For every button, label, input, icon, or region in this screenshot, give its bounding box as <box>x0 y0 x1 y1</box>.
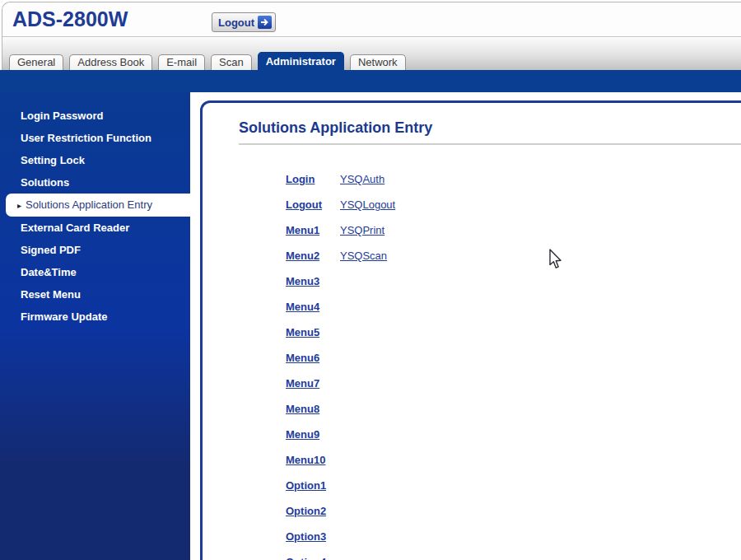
tab-general[interactable]: General <box>9 54 63 70</box>
entry-link-login[interactable]: Login <box>286 173 315 185</box>
entry-row-menu9: Menu9 <box>286 422 741 447</box>
sidebar-item-label: Setting Lock <box>21 154 85 166</box>
sidebar-item-reset-menu[interactable]: Reset Menu <box>0 283 190 306</box>
logout-arrow-icon <box>258 16 272 29</box>
entry-name-cell: Menu2 <box>286 243 340 268</box>
entry-name-cell: Menu7 <box>286 371 340 396</box>
entry-row-menu5: Menu5 <box>286 320 741 345</box>
entry-name-cell: Menu8 <box>286 396 340 422</box>
entry-link-menu7[interactable]: Menu7 <box>286 377 319 390</box>
tab-e-mail[interactable]: E-mail <box>158 54 205 70</box>
entry-name-cell: Login <box>286 166 340 192</box>
sidebar-item-label: Firmware Update <box>21 310 107 323</box>
entry-row-menu4: Menu4 <box>286 294 741 320</box>
subitem-arrow-icon <box>17 194 21 217</box>
entry-link-menu5[interactable]: Menu5 <box>286 326 319 338</box>
sidebar-item-date-time[interactable]: Date&Time <box>0 261 190 283</box>
entry-row-menu8: Menu8 <box>286 396 741 422</box>
sidebar-item-signed-pdf[interactable]: Signed PDF <box>0 239 190 261</box>
entry-name-cell: Menu3 <box>286 268 340 294</box>
entry-name-cell: Menu9 <box>286 422 340 447</box>
sidebar-item-solutions[interactable]: Solutions <box>0 171 190 194</box>
entry-name-cell: Menu10 <box>286 447 340 473</box>
entry-link-menu4[interactable]: Menu4 <box>286 301 319 313</box>
entry-name-cell: Option2 <box>286 498 340 524</box>
sidebar-item-label: Date&Time <box>21 266 77 278</box>
sidebar-item-label: External Card Reader <box>21 222 129 234</box>
title-rule <box>239 143 741 145</box>
entry-link-option4[interactable]: Option4 <box>286 556 326 560</box>
tab-label: Scan <box>219 56 244 68</box>
entry-row-menu10: Menu10 <box>286 447 741 473</box>
tab-administrator[interactable]: Administrator <box>258 52 344 70</box>
tab-label: Address Book <box>77 56 144 68</box>
entry-link-menu1[interactable]: Menu1 <box>286 224 319 236</box>
entry-link-menu2[interactable]: Menu2 <box>286 250 319 262</box>
sidebar-item-label: Solutions <box>21 176 69 189</box>
tab-bar: General Address Book E-mail Scan Adminis… <box>2 37 741 70</box>
entry-row-menu3: Menu3 <box>286 268 741 294</box>
tab-label: E-mail <box>166 56 197 68</box>
entry-value-link-menu2[interactable]: YSQScan <box>340 250 387 262</box>
entry-row-logout: LogoutYSQLogout <box>286 192 741 217</box>
tab-label: Network <box>358 56 398 68</box>
entry-value-link-menu1[interactable]: YSQPrint <box>340 224 384 236</box>
sidebar-menu: Login Password User Restriction Function… <box>0 92 190 560</box>
entry-name-cell: Logout <box>286 192 340 217</box>
logout-button-label: Logout <box>218 16 254 29</box>
entry-name-cell: Menu1 <box>286 217 340 243</box>
entry-link-menu10[interactable]: Menu10 <box>286 454 325 466</box>
sidebar-item-user-restriction-function[interactable]: User Restriction Function <box>0 127 190 149</box>
sidebar-item-label: Solutions Application Entry <box>26 198 152 211</box>
sidebar-item-label: Reset Menu <box>21 288 81 301</box>
sidebar-item-solutions-application-entry[interactable]: Solutions Application Entry <box>6 194 190 217</box>
entry-link-menu9[interactable]: Menu9 <box>286 428 319 441</box>
header-bar: ADS-2800W Logout <box>2 2 741 37</box>
page-title: Solutions Application Entry <box>239 118 741 138</box>
entry-value-link-logout[interactable]: YSQLogout <box>340 198 395 211</box>
entry-link-option3[interactable]: Option3 <box>286 530 326 543</box>
entry-link-option1[interactable]: Option1 <box>286 479 326 492</box>
entry-name-cell: Option3 <box>286 524 340 549</box>
sidebar-item-login-password[interactable]: Login Password <box>0 105 190 127</box>
sidebar-item-external-card-reader[interactable]: External Card Reader <box>0 217 190 239</box>
entry-row-menu6: Menu6 <box>286 345 741 371</box>
logout-button[interactable]: Logout <box>212 12 276 32</box>
entry-name-cell: Menu5 <box>286 320 340 345</box>
entry-name-cell: Option1 <box>286 473 340 498</box>
entry-row-menu1: Menu1YSQPrint <box>286 217 741 243</box>
entry-name-cell: Menu4 <box>286 294 340 320</box>
nav-band <box>0 70 741 92</box>
sidebar-item-setting-lock[interactable]: Setting Lock <box>0 149 190 171</box>
tab-address-book[interactable]: Address Book <box>69 54 152 70</box>
sidebar-item-firmware-update[interactable]: Firmware Update <box>0 306 190 328</box>
product-title: ADS-2800W <box>12 7 128 31</box>
entry-link-menu3[interactable]: Menu3 <box>286 275 319 287</box>
top-chrome: ADS-2800W Logout General Address Book <box>2 2 741 70</box>
entry-row-option4: Option4 <box>286 549 741 560</box>
entry-name-cell: Option4 <box>286 549 340 560</box>
sidebar-item-label: Signed PDF <box>21 244 81 256</box>
entry-link-menu8[interactable]: Menu8 <box>286 403 319 415</box>
device-web-admin-page: ADS-2800W Logout General Address Book <box>0 0 741 560</box>
solutions-entry-list: LoginYSQAuth LogoutYSQLogout Menu1YSQPri… <box>286 166 741 560</box>
tab-label: General <box>17 56 55 68</box>
entry-row-menu2: Menu2YSQScan <box>286 243 741 268</box>
entry-row-login: LoginYSQAuth <box>286 166 741 192</box>
entry-row-option1: Option1 <box>286 473 741 498</box>
sidebar-item-label: Login Password <box>21 110 103 122</box>
content-panel: Solutions Application Entry LoginYSQAuth… <box>200 100 741 560</box>
tab-label: Administrator <box>266 55 336 68</box>
entry-row-menu7: Menu7 <box>286 371 741 396</box>
entry-link-logout[interactable]: Logout <box>286 198 322 211</box>
entry-link-menu6[interactable]: Menu6 <box>286 352 319 364</box>
entry-row-option2: Option2 <box>286 498 741 524</box>
tab-scan[interactable]: Scan <box>211 54 252 70</box>
entry-name-cell: Menu6 <box>286 345 340 371</box>
sidebar-item-label: User Restriction Function <box>21 132 151 144</box>
entry-link-option2[interactable]: Option2 <box>286 505 326 517</box>
entry-row-option3: Option3 <box>286 524 741 549</box>
tab-network[interactable]: Network <box>350 54 406 70</box>
entry-value-link-login[interactable]: YSQAuth <box>340 173 384 185</box>
